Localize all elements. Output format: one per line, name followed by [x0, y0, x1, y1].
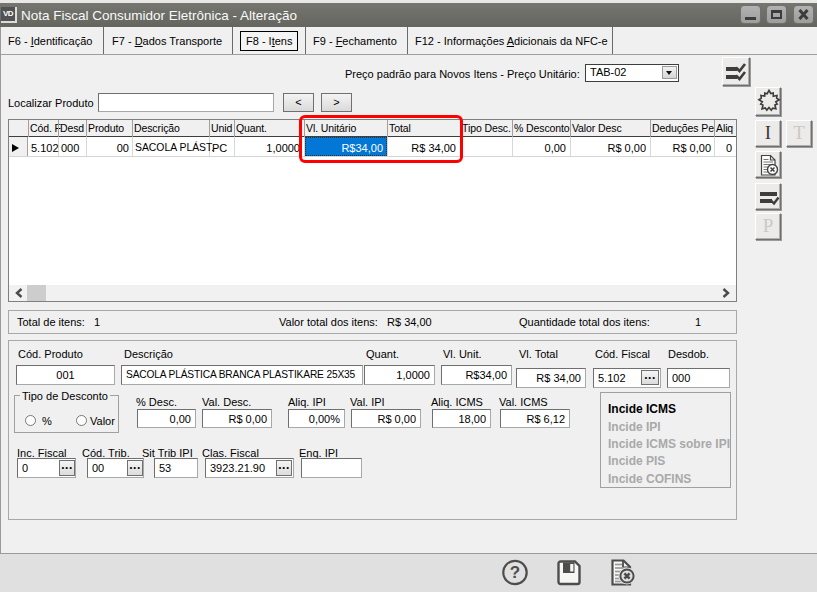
- svg-text:?: ?: [510, 563, 520, 582]
